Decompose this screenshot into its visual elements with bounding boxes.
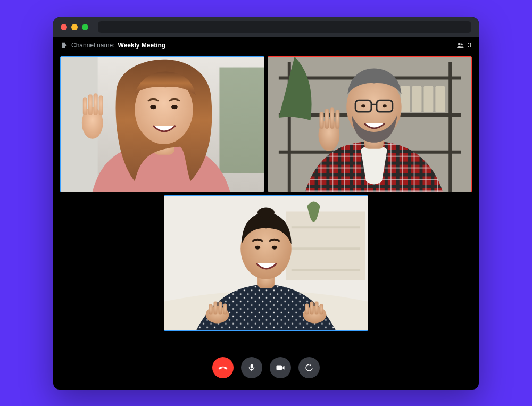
video-camera-icon — [276, 363, 285, 372]
svg-point-35 — [383, 104, 387, 107]
window-minimize-button[interactable] — [71, 24, 78, 30]
video-row — [60, 56, 472, 192]
svg-rect-4 — [219, 67, 264, 173]
address-bar[interactable] — [98, 21, 471, 33]
svg-rect-60 — [305, 303, 309, 314]
svg-point-8 — [171, 105, 178, 109]
titlebar — [53, 17, 479, 37]
video-tile[interactable] — [164, 195, 368, 331]
call-controls — [53, 351, 479, 390]
channel-label: Channel name: — [71, 42, 114, 49]
svg-rect-12 — [94, 93, 98, 115]
video-tile[interactable] — [268, 56, 472, 192]
channel-name: Weekly Meeting — [118, 42, 165, 49]
video-grid — [53, 53, 479, 351]
svg-rect-63 — [319, 304, 323, 314]
video-row — [60, 195, 472, 331]
svg-rect-40 — [335, 110, 339, 129]
mic-button[interactable] — [241, 357, 262, 378]
svg-rect-61 — [310, 301, 314, 314]
svg-rect-26 — [412, 86, 422, 112]
screenshare-button[interactable] — [298, 357, 320, 378]
svg-point-7 — [150, 105, 156, 109]
svg-point-34 — [361, 104, 365, 107]
svg-rect-27 — [423, 86, 433, 112]
camera-button[interactable] — [270, 357, 291, 378]
end-call-button[interactable] — [212, 357, 234, 378]
svg-rect-11 — [88, 94, 93, 115]
svg-rect-10 — [83, 97, 87, 115]
microphone-icon — [247, 363, 256, 372]
screen-share-icon — [304, 363, 314, 372]
window-close-button[interactable] — [61, 24, 67, 30]
svg-rect-56 — [214, 301, 218, 314]
svg-rect-25 — [401, 86, 410, 112]
participants-icon[interactable] — [456, 42, 464, 49]
video-tile[interactable] — [60, 56, 264, 192]
phone-hangup-icon — [218, 363, 228, 372]
svg-point-51 — [257, 207, 275, 218]
svg-rect-58 — [223, 303, 227, 314]
app-window: Channel name: Weekly Meeting 3 — [53, 17, 479, 390]
svg-rect-13 — [99, 95, 103, 115]
channel-header: Channel name: Weekly Meeting 3 — [53, 37, 479, 53]
participant-count: 3 — [468, 42, 471, 49]
svg-rect-57 — [218, 301, 222, 314]
door-icon — [61, 42, 68, 49]
svg-point-52 — [255, 245, 260, 249]
window-maximize-button[interactable] — [82, 24, 88, 30]
svg-rect-38 — [325, 109, 329, 129]
svg-rect-39 — [330, 107, 334, 129]
svg-point-53 — [272, 245, 277, 249]
svg-rect-62 — [315, 301, 319, 314]
svg-rect-37 — [319, 112, 323, 129]
svg-rect-28 — [435, 86, 445, 112]
svg-rect-55 — [209, 304, 213, 314]
svg-point-0 — [458, 43, 461, 45]
svg-point-1 — [461, 43, 463, 45]
